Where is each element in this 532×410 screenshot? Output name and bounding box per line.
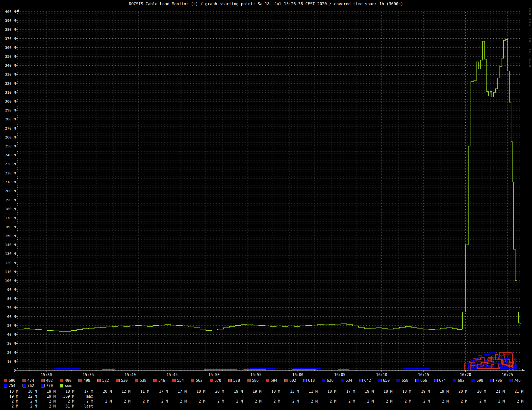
- stat-cell: 2 M: [358, 399, 377, 404]
- stat-cell: 20 M: [471, 389, 490, 394]
- stat-cell: 17 M: [171, 389, 190, 394]
- stat-cell: 19 M: [40, 394, 59, 399]
- legend-label: 682: [458, 378, 464, 383]
- stat-row: 18 M18 M19 M18 M17 M20 M12 M11 M17 M17 M…: [3, 389, 527, 394]
- y-tick-label: 140 M: [5, 243, 16, 247]
- legend-label: 546: [158, 378, 165, 383]
- grid-major: [18, 12, 521, 370]
- legend-swatch-icon: [97, 379, 101, 382]
- stat-cell: 2 M: [59, 399, 78, 404]
- stat-cell: 2 M: [471, 399, 490, 404]
- stat-cell: 2 M: [134, 399, 153, 404]
- legend-label: 698: [477, 378, 483, 383]
- stat-cell: 2 M: [508, 399, 527, 404]
- y-tick-label: 80 M: [7, 297, 16, 301]
- stat-cell: 2 M: [171, 399, 190, 404]
- y-tick-label: 90 M: [7, 288, 16, 292]
- y-tick-label: 40 M: [7, 332, 16, 336]
- legend-item-490: 490: [59, 378, 78, 383]
- stat-cell: 19 M: [40, 389, 59, 394]
- legend-label: 746: [514, 378, 521, 383]
- y-tick-label: 210 M: [5, 180, 16, 184]
- y-tick-label: 200 M: [5, 189, 16, 193]
- stat-cell: 19 M: [228, 389, 246, 394]
- legend-swatch-icon: [23, 379, 26, 382]
- legend-swatch-icon: [415, 379, 419, 382]
- stat-cell: 18 M: [321, 389, 340, 394]
- legend-swatch-icon: [397, 379, 400, 382]
- stat-cell: 11 M: [134, 389, 153, 394]
- legend-label: 634: [346, 378, 352, 383]
- y-tick-label: 310 M: [5, 90, 16, 94]
- y-tick-label: 270 M: [5, 126, 16, 130]
- stat-cell: 2 M: [228, 399, 246, 404]
- x-tick-label: 16:10: [376, 373, 387, 377]
- stat-cell: 2 M: [78, 399, 97, 404]
- grid-minor: [18, 12, 521, 370]
- legend-item-626: 626: [321, 378, 340, 383]
- stat-cell: 2 M: [40, 399, 59, 404]
- legend-item-658: 658: [396, 378, 415, 383]
- legend-swatch-icon: [453, 379, 456, 382]
- legend-item-538: 538: [134, 378, 153, 383]
- y-tick-label: 290 M: [5, 108, 16, 112]
- stat-cell: 19 M: [246, 389, 265, 394]
- legend-item-650: 650: [377, 378, 396, 383]
- legend-item-634: 634: [340, 378, 359, 383]
- stat-cell: 18 M: [59, 389, 78, 394]
- stat-cell: 19 M: [358, 389, 377, 394]
- stat-cell: 369 M: [59, 394, 78, 399]
- legend-item-522: 522: [97, 378, 115, 383]
- legend-item-586: 586: [246, 378, 265, 383]
- stat-cell: 17 M: [78, 389, 97, 394]
- legend-swatch-icon: [4, 379, 7, 382]
- legend-swatch-icon: [41, 384, 45, 387]
- y-tick-label: 230 M: [5, 162, 16, 166]
- legend-swatch-icon: [266, 379, 269, 382]
- legend-swatch-icon: [41, 379, 45, 382]
- y-tick-label: 250 M: [5, 144, 16, 148]
- legend-item-sum: sum: [59, 383, 78, 388]
- stat-cell: 12 M: [115, 389, 134, 394]
- stat-cell: 11 M: [303, 389, 321, 394]
- y-tick-label: 300 M: [5, 99, 16, 103]
- x-tick-label: 15:55: [250, 373, 261, 377]
- stat-cell: 18 M: [377, 389, 396, 394]
- stat-cell: 2 M: [97, 399, 115, 404]
- stat-cell: 2 M: [115, 399, 134, 404]
- legend-swatch-icon: [78, 379, 82, 382]
- legend-item-642: 642: [358, 378, 377, 383]
- stat-cell: 21 M: [508, 389, 527, 394]
- stat-cell: 2 M: [284, 399, 303, 404]
- legend-label: 658: [402, 378, 408, 383]
- legend-label: 626: [327, 378, 333, 383]
- legend-label: 618: [308, 378, 315, 383]
- legend-item-618: 618: [303, 378, 321, 383]
- legend-item-546: 546: [153, 378, 172, 383]
- y-tick-label: 110 M: [5, 270, 16, 274]
- stat-cell: 18 M: [22, 389, 41, 394]
- legend-label: sum: [65, 383, 72, 388]
- legend-swatch-icon: [135, 379, 138, 382]
- y-tick-label: 360 M: [5, 46, 16, 50]
- legend-swatch-icon: [434, 379, 438, 382]
- y-tick-label: 60 M: [7, 315, 16, 319]
- legend-item-474: 474: [22, 378, 41, 383]
- legend-item-674: 674: [433, 378, 452, 383]
- stat-cell: 22 M: [22, 394, 41, 399]
- legend-label: 602: [289, 378, 296, 383]
- legend-item-762: 762: [22, 383, 41, 388]
- stat-cell: 2 M: [377, 399, 396, 404]
- y-tick-label: 180 M: [5, 207, 16, 211]
- stat-cell: 51 M: [59, 404, 78, 409]
- y-tick-label: 390 M: [5, 19, 16, 23]
- y-tick-label: 70 M: [7, 306, 16, 310]
- y-tick-label: 0: [14, 368, 16, 372]
- stat-cell: 2 M: [452, 399, 471, 404]
- y-tick-label: 170 M: [5, 216, 16, 220]
- y-tick-label: 380 M: [5, 27, 16, 31]
- legend-row: 6904744824904985225305385465545625705785…: [3, 378, 527, 383]
- legend-swatch-icon: [472, 379, 475, 382]
- legend-item-602: 602: [284, 378, 303, 383]
- legend-label: 594: [271, 378, 277, 383]
